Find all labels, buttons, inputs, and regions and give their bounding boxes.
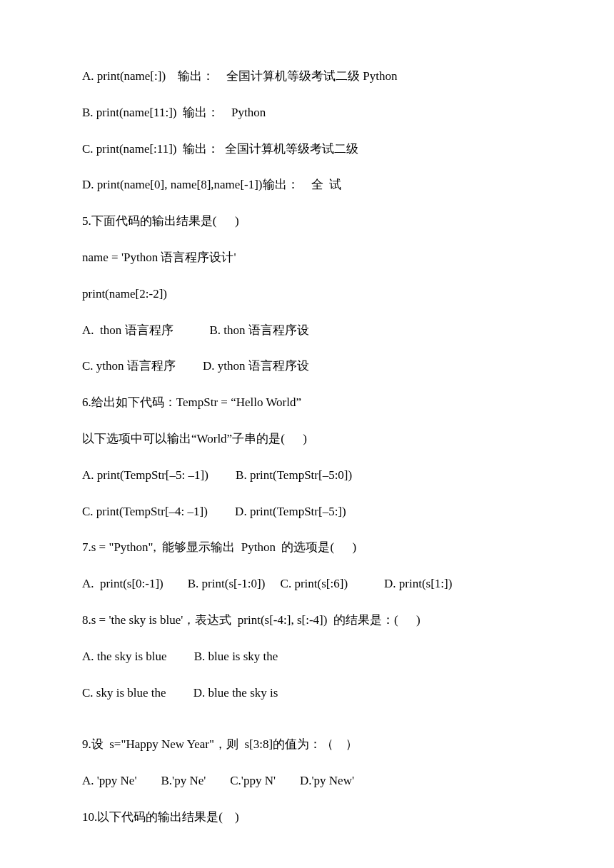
question-option-a: A. print(name[:]) 输出： 全国计算机等级考试二级 Python [82, 68, 532, 85]
question-option-c: C. print(name[:11]) 输出： 全国计算机等级考试二级 [82, 141, 532, 158]
question-6-options-cd: C. print(TempStr[–4: –1]) D. print(TempS… [82, 503, 532, 520]
code-line: print(name[2:-2]) [82, 286, 532, 303]
question-9-options: A. 'ppy Ne' B.'py Ne' C.'ppy N' D.'py Ne… [82, 772, 532, 789]
question-7-options: A. print(s[0:-1]) B. print(s[-1:0]) C. p… [82, 575, 532, 592]
question-6-options-ab: A. print(TempStr[–5: –1]) B. print(TempS… [82, 467, 532, 484]
question-5-options-ab: A. thon 语言程序 B. thon 语言程序设 [82, 322, 532, 339]
question-5-options-cd: C. ython 语言程序 D. ython 语言程序设 [82, 358, 532, 375]
question-option-b: B. print(name[11:]) 输出： Python [82, 104, 532, 121]
code-line: name = 'Python 语言程序设计' [82, 249, 532, 266]
question-7-stem: 7.s = "Python", 能够显示输出 Python 的选项是( ) [82, 539, 532, 556]
question-6-stem: 6.给出如下代码：TempStr = “Hello World” [82, 394, 532, 411]
question-9-stem: 9.设 s="Happy New Year"，则 s[3:8]的值为：（ ） [82, 736, 532, 753]
question-8-stem: 8.s = 'the sky is blue'，表达式 print(s[-4:]… [82, 612, 532, 629]
question-8-options-cd: C. sky is blue the D. blue the sky is [82, 685, 532, 702]
question-5-stem: 5.下面代码的输出结果是( ) [82, 213, 532, 230]
question-option-d: D. print(name[0], name[8],name[-1])输出： 全… [82, 176, 532, 193]
question-6-prompt: 以下选项中可以输出“World”子串的是( ) [82, 430, 532, 448]
question-8-options-ab: A. the sky is blue B. blue is sky the [82, 648, 532, 665]
question-10-stem: 10.以下代码的输出结果是( ) [82, 809, 532, 826]
